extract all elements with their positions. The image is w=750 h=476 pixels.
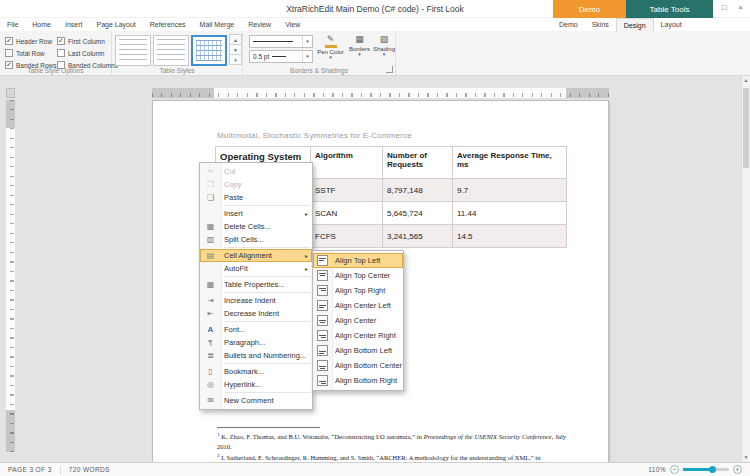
cell-requests[interactable]: 8,797,148 bbox=[383, 179, 453, 202]
menu-item-align-top-left[interactable]: Align Top Left bbox=[313, 253, 403, 268]
menu-item-label: Align Bottom Center bbox=[332, 361, 402, 370]
table-style-thumbnail-3-selected[interactable] bbox=[191, 35, 227, 66]
menu-item-paragraph[interactable]: ¶Paragraph... bbox=[200, 336, 312, 349]
borders-button[interactable]: ▦ Borders ▾ bbox=[346, 34, 373, 57]
chevron-down-icon[interactable]: ▾ bbox=[302, 36, 312, 47]
menu-item-align-top-right[interactable]: Align Top Right bbox=[313, 283, 403, 298]
vertical-ruler[interactable] bbox=[6, 100, 15, 452]
menu-item-align-center[interactable]: Align Center bbox=[313, 313, 403, 328]
vertical-scrollbar[interactable]: ▲ ▼ bbox=[741, 76, 750, 462]
page-indicator: PAGE 3 OF 3 bbox=[8, 466, 52, 473]
status-separator bbox=[60, 466, 61, 474]
tab-home[interactable]: Home bbox=[25, 18, 58, 31]
cell-requests[interactable]: 3,241,565 bbox=[383, 225, 453, 248]
cell-algorithm[interactable]: SCAN bbox=[311, 202, 383, 225]
cell-response-time[interactable]: 11.44 bbox=[453, 202, 567, 225]
ruler-corner-box[interactable] bbox=[6, 88, 15, 98]
menu-item-delete-cells[interactable]: ▦Delete Cells... bbox=[200, 220, 312, 233]
cell-requests[interactable]: 5,645,724 bbox=[383, 202, 453, 225]
tab-layout[interactable]: Layout bbox=[654, 18, 689, 31]
menu-item-table-properties[interactable]: ▦Table Properties... bbox=[200, 278, 312, 291]
menu-item-new-comment[interactable]: ✉New Comment bbox=[200, 394, 312, 407]
borders-icon: ▦ bbox=[346, 34, 373, 45]
checkbox-header-row[interactable]: ✓ bbox=[5, 37, 13, 45]
menu-item-label: Insert bbox=[221, 209, 243, 218]
shading-icon: ▨ bbox=[373, 34, 395, 45]
menu-item-label: Align Center Left bbox=[332, 301, 391, 310]
gallery-dropdown-button[interactable]: ▾ bbox=[229, 54, 242, 65]
menu-item-label: Decrease Indent bbox=[221, 309, 279, 318]
line-style-combobox[interactable]: ▾ bbox=[249, 35, 313, 48]
menu-item-align-top-center[interactable]: Align Top Center bbox=[313, 268, 403, 283]
menu-item-cut[interactable]: ✂Cut bbox=[200, 165, 312, 178]
pen-color-button[interactable]: ✎ Pen Color ▾ bbox=[315, 34, 346, 60]
zoom-in-button[interactable]: + bbox=[733, 465, 742, 474]
tab-demo[interactable]: Demo bbox=[552, 18, 585, 31]
line-weight-combobox[interactable]: 0.5 pt ▾ bbox=[249, 50, 313, 63]
chevron-down-icon: ▾ bbox=[315, 55, 346, 60]
option-first-column[interactable]: ✓First Column bbox=[57, 35, 118, 47]
option-last-column[interactable]: Last Column bbox=[57, 47, 118, 59]
contextual-header-table-tools[interactable]: Table Tools bbox=[626, 0, 713, 18]
option-total-row[interactable]: Total Row bbox=[5, 47, 56, 59]
menu-item-hyperlink[interactable]: ◎Hyperlink... bbox=[200, 378, 312, 391]
gallery-scroll-controls: ▲ ▼ ▾ bbox=[229, 35, 242, 65]
minimize-button[interactable]: ─ bbox=[702, 2, 715, 14]
menu-item-split-cells[interactable]: ▥Split Cells... bbox=[200, 233, 312, 246]
tab-skins[interactable]: Skins bbox=[585, 18, 616, 31]
menu-item-cell-alignment[interactable]: ▤Cell Alignment▸ bbox=[200, 249, 312, 262]
tab-references[interactable]: References bbox=[143, 18, 193, 31]
cell-algorithm[interactable]: FCFS bbox=[311, 225, 383, 248]
menu-item-align-center-right[interactable]: Align Center Right bbox=[313, 328, 403, 343]
tab-insert[interactable]: Insert bbox=[58, 18, 90, 31]
checkbox-first-column[interactable]: ✓ bbox=[57, 37, 65, 45]
zoom-slider[interactable] bbox=[683, 468, 729, 471]
table-style-thumbnail-1[interactable] bbox=[115, 35, 151, 66]
checkbox-last-column[interactable] bbox=[57, 49, 65, 57]
menu-item-bullets-and-numbering[interactable]: ≣Bullets and Numbering... bbox=[200, 349, 312, 362]
tab-file[interactable]: File bbox=[0, 18, 25, 31]
tab-mail-merge[interactable]: Mail Merge bbox=[193, 18, 242, 31]
option-header-row[interactable]: ✓Header Row bbox=[5, 35, 56, 47]
menu-item-align-center-left[interactable]: Align Center Left bbox=[313, 298, 403, 313]
menu-item-paste[interactable]: ❑Paste bbox=[200, 191, 312, 204]
table-style-thumbnail-2[interactable] bbox=[153, 35, 189, 66]
tab-review[interactable]: Review bbox=[241, 18, 278, 31]
checkbox-total-row[interactable] bbox=[5, 49, 13, 57]
menu-item-align-bottom-left[interactable]: Align Bottom Left bbox=[313, 343, 403, 358]
menu-item-align-bottom-right[interactable]: Align Bottom Right bbox=[313, 373, 403, 388]
menu-item-insert[interactable]: Insert▸ bbox=[200, 207, 312, 220]
cell-response-time[interactable]: 9.7 bbox=[453, 179, 567, 202]
table-style-preview bbox=[196, 40, 222, 61]
ribbon-tab-row: FileHomeInsertPage LayoutReferencesMail … bbox=[0, 18, 750, 31]
align-center-icon bbox=[313, 315, 332, 326]
copy-icon: ❐ bbox=[200, 180, 221, 189]
tab-design[interactable]: Design bbox=[616, 18, 654, 31]
contextual-header-demo[interactable]: Demo bbox=[553, 0, 626, 18]
group-borders-shadings: ▾ 0.5 pt ▾ ✎ Pen Color ▾ ▦ Borders ▾ ▨ S… bbox=[243, 31, 396, 75]
maximize-button[interactable]: □ bbox=[718, 2, 731, 14]
menu-item-font[interactable]: AFont... bbox=[200, 323, 312, 336]
scroll-down-icon[interactable]: ▼ bbox=[742, 453, 750, 462]
tab-page-layout[interactable]: Page Layout bbox=[89, 18, 142, 31]
menu-item-copy[interactable]: ❐Copy bbox=[200, 178, 312, 191]
menu-item-increase-indent[interactable]: ⇥Increase Indent bbox=[200, 294, 312, 307]
menu-item-bookmark[interactable]: ▯Bookmark... bbox=[200, 365, 312, 378]
dialog-launcher-icon[interactable] bbox=[386, 66, 393, 73]
chevron-down-icon[interactable]: ▾ bbox=[302, 51, 312, 62]
close-button[interactable]: × bbox=[734, 2, 747, 14]
scrollbar-thumb[interactable] bbox=[743, 88, 749, 168]
menu-item-align-bottom-center[interactable]: Align Bottom Center bbox=[313, 358, 403, 373]
cell-response-time[interactable]: 14.5 bbox=[453, 225, 567, 248]
zoom-out-button[interactable]: − bbox=[670, 465, 679, 474]
line-weight-sample bbox=[272, 56, 286, 57]
tab-view[interactable]: View bbox=[278, 18, 307, 31]
menu-item-autofit[interactable]: AutoFit▸ bbox=[200, 262, 312, 275]
scroll-up-icon[interactable]: ▲ bbox=[742, 76, 750, 85]
zoom-slider-thumb[interactable] bbox=[709, 466, 716, 473]
menu-item-label: Font... bbox=[221, 325, 245, 334]
horizontal-ruler[interactable] bbox=[152, 88, 609, 98]
menu-item-decrease-indent[interactable]: ⇤Decrease Indent bbox=[200, 307, 312, 320]
cell-algorithm[interactable]: SSTF bbox=[311, 179, 383, 202]
shading-button[interactable]: ▨ Shading ▾ bbox=[373, 34, 395, 57]
